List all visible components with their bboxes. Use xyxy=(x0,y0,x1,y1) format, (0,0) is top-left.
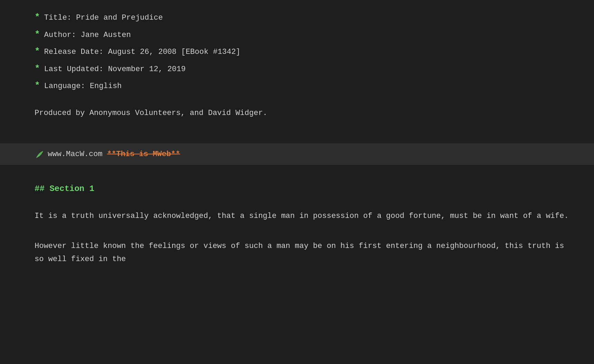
watermark-strikethrough: **This is MWeb** xyxy=(107,148,180,160)
asterisk-icon: * xyxy=(35,62,40,76)
language-value: English xyxy=(90,82,122,90)
updated-text: Last Updated: November 12, 2019 xyxy=(44,63,186,75)
asterisk-icon: * xyxy=(35,28,40,42)
watermark-bar: www.MacW.com **This is MWeb** xyxy=(0,143,594,165)
language-label: Language: xyxy=(44,82,85,90)
produced-by-text: Produced by Anonymous Volunteers, and Da… xyxy=(35,107,573,119)
metadata-block: * Title: Pride and Prejudice * Author: J… xyxy=(35,10,573,93)
title-line: * Title: Pride and Prejudice xyxy=(35,10,573,25)
release-label: Release Date: xyxy=(44,48,104,56)
content-area: * Title: Pride and Prejudice * Author: J… xyxy=(0,0,594,143)
updated-value: November 12, 2019 xyxy=(108,65,185,74)
release-line: * Release Date: August 26, 2008 [EBook #… xyxy=(35,45,573,59)
watermark-url: www.MacW.com xyxy=(48,148,107,160)
release-value: August 26, 2008 [EBook #1342] xyxy=(108,48,240,56)
title-value: Pride and Prejudice xyxy=(76,13,163,22)
author-value: Jane Austen xyxy=(81,31,131,39)
updated-label: Last Updated: xyxy=(44,65,104,74)
paragraph-2: However little known the feelings or vie… xyxy=(35,240,573,266)
asterisk-icon: * xyxy=(35,10,40,25)
release-text: Release Date: August 26, 2008 [EBook #13… xyxy=(44,46,241,58)
author-line: * Author: Jane Austen xyxy=(35,28,573,42)
author-text: Author: Jane Austen xyxy=(44,29,131,41)
paragraph-1: It is a truth universally acknowledged, … xyxy=(35,210,573,222)
language-text: Language: English xyxy=(44,80,122,92)
section-heading: ## Section 1 xyxy=(35,182,573,195)
author-label: Author: xyxy=(44,31,76,39)
asterisk-icon: * xyxy=(35,79,40,93)
leaf-icon xyxy=(35,149,45,160)
title-text: Title: Pride and Prejudice xyxy=(44,12,163,24)
title-label: Title: xyxy=(44,13,72,22)
language-line: * Language: English xyxy=(35,79,573,93)
section-block: ## Section 1 It is a truth universally a… xyxy=(0,165,594,297)
updated-line: * Last Updated: November 12, 2019 xyxy=(35,62,573,76)
asterisk-icon: * xyxy=(35,45,40,59)
